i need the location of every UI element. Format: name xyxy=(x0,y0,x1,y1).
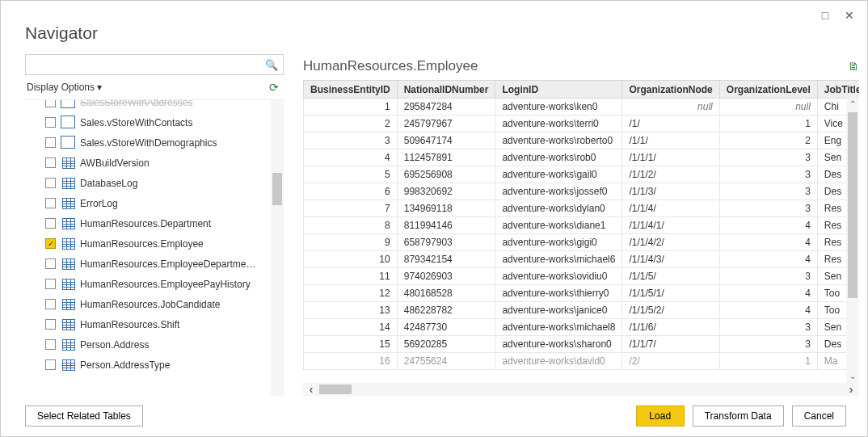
table-row[interactable]: 1442487730adventure-works\michael8/1/1/6… xyxy=(304,319,860,336)
cell: null xyxy=(719,99,817,116)
table-icon xyxy=(62,158,75,169)
data-grid[interactable]: BusinessEntityIDNationalIDNumberLoginIDO… xyxy=(303,80,859,370)
table-row[interactable]: 10879342154adventure-works\michael6/1/1/… xyxy=(304,251,860,268)
table-row[interactable]: 9658797903adventure-works\gigi0/1/1/4/2/… xyxy=(304,234,860,251)
tree-item[interactable]: Person.Address xyxy=(25,334,284,355)
tree-item[interactable]: HumanResources.EmployeeDepartmen... xyxy=(25,254,284,274)
scroll-right-icon[interactable]: › xyxy=(843,383,859,396)
checkbox[interactable] xyxy=(45,137,56,148)
cell: adventure-works\rob0 xyxy=(495,149,622,166)
cell: /1/1/4/1/ xyxy=(622,217,719,234)
checkbox[interactable] xyxy=(45,359,56,370)
table-row[interactable]: 2245797967adventure-works\terri0/1/1Vice xyxy=(304,116,860,132)
display-options-button[interactable]: Display Options ▾ xyxy=(27,82,102,93)
checkbox[interactable] xyxy=(45,178,56,188)
tree-item[interactable]: HumanResources.Shift xyxy=(25,314,284,334)
table-row[interactable]: 8811994146adventure-works\diane1/1/1/4/1… xyxy=(304,217,860,234)
scroll-down-icon[interactable]: ⌄ xyxy=(846,370,859,383)
transform-button[interactable]: Transform Data xyxy=(693,405,784,426)
footer: Select Related Tables Load Transform Dat… xyxy=(1,396,867,436)
checkbox[interactable] xyxy=(45,339,56,350)
tree-item[interactable]: Person.AddressType xyxy=(25,355,284,375)
cell: 42487730 xyxy=(397,319,495,336)
cell: 480168528 xyxy=(397,285,495,302)
checkbox[interactable] xyxy=(45,238,56,249)
tree-item-label: DatabaseLog xyxy=(80,178,137,189)
tree-item[interactable]: HumanResources.Employee xyxy=(25,233,284,254)
table-row[interactable]: 11974026903adventure-works\ovidiu0/1/1/5… xyxy=(304,268,860,285)
table-row[interactable]: 6998320692adventure-works\jossef0/1/1/3/… xyxy=(304,183,860,200)
table-row[interactable]: 13486228782adventure-works\janice0/1/1/5… xyxy=(304,302,860,319)
table-row[interactable]: 4112457891adventure-works\rob0/1/1/1/3Se… xyxy=(304,149,860,166)
cell: /1/1/6/ xyxy=(622,319,719,336)
cell: 509647174 xyxy=(397,132,495,149)
cell: 5 xyxy=(304,166,398,183)
cell: adventure-works\ken0 xyxy=(495,99,622,116)
checkbox[interactable] xyxy=(45,218,56,229)
cell: /1/1/1/ xyxy=(622,149,719,166)
scroll-left-icon[interactable]: ‹ xyxy=(303,383,319,396)
tree-item[interactable]: DatabaseLog xyxy=(25,173,284,193)
table-row[interactable]: 3509647174adventure-works\roberto0/1/1/2… xyxy=(304,132,860,149)
cell: /1/1/5/2/ xyxy=(622,302,719,319)
tree-item[interactable]: ErrorLog xyxy=(25,193,284,213)
object-tree[interactable]: SalesStoreWithAddressesSales.vStoreWithC… xyxy=(25,100,284,396)
checkbox[interactable] xyxy=(45,299,56,309)
cell: 13 xyxy=(304,302,398,319)
column-header[interactable]: LoginID xyxy=(495,81,622,99)
refresh-icon[interactable]: ⟳ xyxy=(269,81,279,94)
tree-item[interactable]: HumanResources.EmployeePayHistory xyxy=(25,274,284,294)
table-row[interactable]: 12480168528adventure-works\thierry0/1/1/… xyxy=(304,285,860,302)
scroll-up-icon[interactable]: ⌃ xyxy=(846,98,859,111)
cell: 10 xyxy=(304,251,398,268)
tree-item[interactable]: HumanResources.Department xyxy=(25,213,284,233)
grid-hscrollbar[interactable]: ‹ › xyxy=(303,383,859,396)
search-input[interactable] xyxy=(31,59,265,70)
cell: adventure-works\michael8 xyxy=(495,319,622,336)
column-header[interactable]: OrganizationNode xyxy=(622,81,719,99)
checkbox[interactable] xyxy=(45,319,56,330)
search-box[interactable]: 🔍 xyxy=(25,54,284,75)
cancel-button[interactable]: Cancel xyxy=(792,405,846,426)
tree-item[interactable]: HumanResources.JobCandidate xyxy=(25,294,284,314)
table-row[interactable]: 1624755624adventure-works\david0/2/1Ma xyxy=(304,353,860,370)
table-row[interactable]: 7134969118adventure-works\dylan0/1/1/4/3… xyxy=(304,200,860,217)
column-header[interactable]: JobTitle xyxy=(817,81,859,99)
table-row[interactable]: 1556920285adventure-works\sharon0/1/1/7/… xyxy=(304,336,860,353)
cell: 6 xyxy=(304,183,398,200)
column-header[interactable]: BusinessEntityID xyxy=(304,81,398,99)
tree-item[interactable]: Sales.vStoreWithDemographics xyxy=(25,132,284,153)
checkbox[interactable] xyxy=(45,198,56,208)
column-header[interactable]: OrganizationLevel xyxy=(719,81,817,99)
cell: adventure-works\gail0 xyxy=(495,166,622,183)
checkbox[interactable] xyxy=(45,279,56,289)
tree-item[interactable]: AWBuildVersion xyxy=(25,153,284,173)
grid-vscroll-thumb[interactable] xyxy=(848,112,857,298)
preview-options-icon[interactable]: 🗎 xyxy=(848,60,859,73)
tree-scroll-thumb[interactable] xyxy=(272,173,282,205)
checkbox[interactable] xyxy=(45,117,56,128)
cell: 998320692 xyxy=(397,183,495,200)
column-header[interactable]: NationalIDNumber xyxy=(397,81,495,99)
table-row[interactable]: 5695256908adventure-works\gail0/1/1/2/3D… xyxy=(304,166,860,183)
cell: 9 xyxy=(304,234,398,251)
search-icon[interactable]: 🔍 xyxy=(265,59,278,71)
cell: adventure-works\gigi0 xyxy=(495,234,622,251)
table-row[interactable]: 1295847284adventure-works\ken0nullnullCh… xyxy=(304,99,860,116)
cell: 7 xyxy=(304,200,398,217)
tree-item-label: AWBuildVersion xyxy=(80,158,150,169)
table-icon xyxy=(62,339,75,351)
cell: 3 xyxy=(719,336,817,353)
tree-item[interactable]: Sales.vStoreWithContacts xyxy=(25,112,284,132)
checkbox[interactable] xyxy=(45,100,56,107)
select-related-button[interactable]: Select Related Tables xyxy=(25,405,143,426)
tree-scrollbar[interactable] xyxy=(271,100,284,396)
tree-item[interactable]: SalesStoreWithAddresses xyxy=(25,100,284,112)
grid-vscrollbar[interactable]: ⌃ ⌄ xyxy=(846,98,859,383)
cell: adventure-works\sharon0 xyxy=(495,336,622,353)
cell: 4 xyxy=(719,285,817,302)
checkbox[interactable] xyxy=(45,158,56,168)
checkbox[interactable] xyxy=(45,258,56,269)
load-button[interactable]: Load xyxy=(636,405,685,426)
grid-hscroll-thumb[interactable] xyxy=(319,384,352,394)
